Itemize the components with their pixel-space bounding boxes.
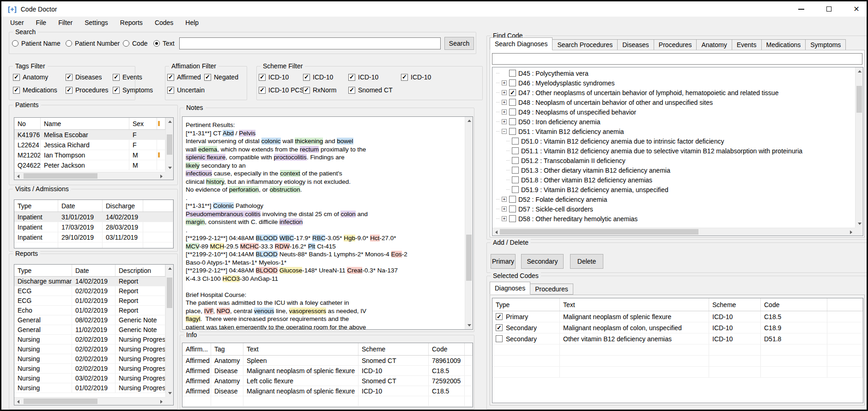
vertical-scrollbar[interactable] [465,117,473,329]
reports-row[interactable]: Echo01/02/2019Report [14,306,173,315]
tree-checkbox[interactable] [509,70,516,77]
reports-column-header-type[interactable]: Type [14,265,72,276]
info-column-header-tag[interactable]: Tag [211,343,243,355]
menu-item-codes[interactable]: Codes [149,17,179,28]
tree-checkbox[interactable] [509,196,516,203]
visits-row[interactable]: Inpatient31/01/201914/02/2019 [14,212,173,222]
button-primary[interactable]: Primary [491,254,516,269]
tree-node-d57[interactable]: +D57 : Sickle-cell disorders [496,204,593,214]
minimize-button[interactable] [797,6,805,13]
patients-row[interactable]: L22624Jessica RichardF [14,140,173,150]
scrollbar-thumb[interactable] [500,229,698,235]
reports-row[interactable]: ECG02/02/2019Report [14,286,173,296]
checkbox-affirmed-0[interactable]: Affirmed [167,73,201,81]
menu-item-settings[interactable]: Settings [79,17,114,28]
menu-item-user[interactable]: User [4,17,30,28]
visits-row[interactable]: Inpatient17/03/201928/03/2019 [14,222,173,232]
expand-icon[interactable]: + [502,197,507,202]
checkbox-medications-3[interactable]: Medications [13,86,57,94]
find-code-tab-symptoms[interactable]: Symptoms [806,39,846,50]
tree-node-d51-0[interactable]: D51.0 : Vitamin B12 deficiency anemia du… [506,136,724,146]
selected-codes-tab-procedures[interactable]: Procedures [530,284,573,295]
radio-code[interactable]: Code [123,40,147,47]
visits-column-header-date[interactable]: Date [58,200,103,212]
scroll-right-icon[interactable] [158,172,165,180]
visits-row[interactable]: Inpatient29/10/201903/11/2019 [14,232,173,242]
scroll-right-icon[interactable] [158,398,165,405]
tree-node-d51[interactable]: −D51 : Vitamin B12 deficiency anemia [496,127,624,136]
tree-node-d51-1[interactable]: D51.1 : Vitamin B12 deficiency anemia du… [506,146,802,156]
reports-row[interactable]: General11/02/2019Generic Note [14,325,173,335]
horizontal-scrollbar[interactable] [14,172,165,180]
selected-codes-column-header-text[interactable]: Text [560,298,709,311]
vertical-scrollbar[interactable] [165,265,173,397]
tree-checkbox[interactable] [509,109,516,115]
tree-node-d51-2[interactable]: D51.2 : Transcobalamin II deficiency [506,156,625,165]
reports-row[interactable]: General08/02/2019Generic Note [14,315,173,325]
button-secondary[interactable]: Secondary [521,254,564,269]
find-code-tab-diseases[interactable]: Diseases [618,39,654,50]
tree-node-d46[interactable]: +D46 : Myelodysplastic syndromes [496,78,615,88]
tree-checkbox[interactable] [512,176,519,183]
find-code-tab-search-procedures[interactable]: Search Procedures [552,39,618,50]
patients-column-header-no[interactable]: No [14,118,41,129]
scrollbar-thumb[interactable] [167,278,172,308]
checkbox-negated-1[interactable]: Negated [204,73,238,81]
checkbox-icd-10-0[interactable]: ICD-10 [259,73,289,81]
close-button[interactable]: ✕ [853,6,860,13]
scroll-left-icon[interactable] [14,172,22,180]
reports-column-header-description[interactable]: Description [115,265,165,276]
info-row[interactable]: AffirmedAnatomySpleenSnomed CT78961009 [182,356,473,366]
reports-row[interactable]: Nursing03/02/2019Nursing Progress [14,374,173,383]
scroll-up-icon[interactable] [166,265,174,272]
tree-checkbox[interactable] [509,128,516,135]
vertical-scrollbar[interactable] [855,67,863,228]
checkbox-diseases-1[interactable]: Diseases [66,73,102,81]
menu-item-filter[interactable]: Filter [52,17,79,28]
button-delete[interactable]: Delete [570,254,603,269]
scrollbar-thumb[interactable] [24,173,97,179]
info-column-header-text[interactable]: Text [243,343,358,355]
visits-column-header-type[interactable]: Type [14,200,58,212]
find-code-tab-search-diagnoses[interactable]: Search Diagnoses [490,37,552,50]
info-row[interactable]: AffirmedAnatomyLeft colic flexureSnomed … [182,376,473,386]
selected-codes-column-header-scheme[interactable]: Scheme [709,298,761,311]
checkbox-symptoms-5[interactable]: Symptoms [113,86,153,94]
tree-checkbox[interactable] [512,147,519,154]
patients-column-header-sex[interactable]: Sex [129,118,157,129]
menu-item-reports[interactable]: Reports [114,17,149,28]
selected-codes-column-header-type[interactable]: Type [492,298,560,311]
patients-column-header-name[interactable]: Name [41,118,129,129]
checkbox-anatomy-0[interactable]: Anatomy [13,73,48,81]
tree-node-d47[interactable]: +D47 : Other neoplasms of uncertain beha… [496,88,778,97]
tree-checkbox[interactable] [512,186,519,193]
search-input[interactable] [179,37,441,49]
tree-checkbox[interactable] [512,138,519,145]
find-code-tab-medications[interactable]: Medications [762,39,806,50]
expand-icon[interactable]: + [502,206,507,212]
expand-icon[interactable]: + [502,109,507,115]
reports-row[interactable]: Nursing02/02/2019Nursing Progress [14,345,173,354]
radio-patient-number[interactable]: Patient Number [66,40,120,47]
reports-row[interactable]: Discharge summary14/02/2019Report [14,277,173,286]
reports-row[interactable]: Nursing02/02/2019Nursing Progress [14,354,173,364]
checkbox-snomed-ct-6[interactable]: Snomed CT [348,86,393,94]
tree-checkbox[interactable] [509,89,516,96]
find-code-tab-events[interactable]: Events [732,39,762,50]
scroll-down-icon[interactable] [465,321,473,329]
selected-codes-row[interactable]: PrimaryMalignant neoplasm of splenic fle… [492,311,863,322]
checkbox-procedures-4[interactable]: Procedures [66,86,109,94]
menu-item-help[interactable]: Help [179,17,205,28]
checkbox-icd-10-2[interactable]: ICD-10 [348,73,378,81]
tree-node-d49[interactable]: +D49 : Neoplasms of unspecified behavior [496,107,636,117]
tree-node-d52[interactable]: +D52 : Folate deficiency anemia [496,194,607,204]
scrollbar-thumb[interactable] [24,399,97,404]
maximize-button[interactable] [825,6,832,13]
reports-row[interactable]: Nursing01/02/2019Nursing Progress [14,383,173,393]
info-column-header-affirm[interactable]: Affirm... [182,343,211,355]
collapse-icon[interactable]: − [502,129,507,134]
find-code-tab-anatomy[interactable]: Anatomy [697,39,732,50]
scroll-left-icon[interactable] [14,398,22,405]
checkbox-icd-10-pcs-4[interactable]: ICD-10 PCS [259,86,304,94]
expand-icon[interactable]: + [502,80,507,85]
